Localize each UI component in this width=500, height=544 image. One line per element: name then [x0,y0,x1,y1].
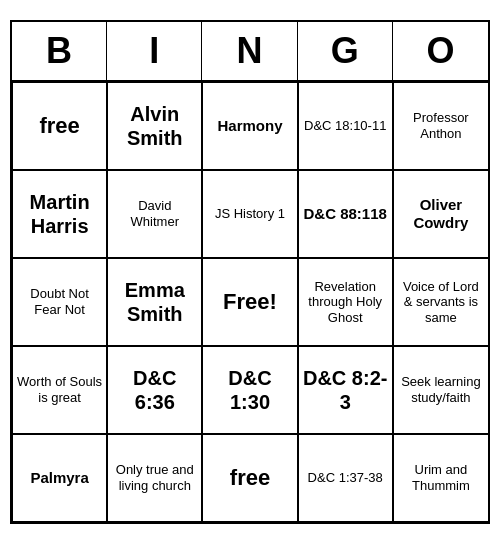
bingo-cell-8: D&C 88:118 [298,170,393,258]
bingo-cell-3: D&C 18:10-11 [298,82,393,170]
bingo-cell-14: Voice of Lord & servants is same [393,258,488,346]
bingo-cell-0: free [12,82,107,170]
bingo-cell-9: Oliver Cowdry [393,170,488,258]
bingo-cell-21: Only true and living church [107,434,202,522]
bingo-cell-10: Doubt Not Fear Not [12,258,107,346]
bingo-cell-15: Worth of Souls is great [12,346,107,434]
bingo-header: BINGO [12,22,488,82]
header-letter: G [298,22,393,80]
bingo-cell-22: free [202,434,297,522]
bingo-card: BINGO freeAlvin SmithHarmonyD&C 18:10-11… [10,20,490,524]
bingo-cell-17: D&C 1:30 [202,346,297,434]
bingo-cell-11: Emma Smith [107,258,202,346]
bingo-cell-13: Revelation through Holy Ghost [298,258,393,346]
bingo-cell-19: Seek learning study/faith [393,346,488,434]
bingo-cell-6: David Whitmer [107,170,202,258]
bingo-cell-24: Urim and Thummim [393,434,488,522]
header-letter: I [107,22,202,80]
header-letter: B [12,22,107,80]
bingo-cell-1: Alvin Smith [107,82,202,170]
bingo-cell-23: D&C 1:37-38 [298,434,393,522]
bingo-cell-2: Harmony [202,82,297,170]
bingo-cell-16: D&C 6:36 [107,346,202,434]
header-letter: N [202,22,297,80]
bingo-cell-5: Martin Harris [12,170,107,258]
bingo-cell-7: JS History 1 [202,170,297,258]
bingo-grid: freeAlvin SmithHarmonyD&C 18:10-11Profes… [12,82,488,522]
bingo-cell-4: Professor Anthon [393,82,488,170]
bingo-cell-20: Palmyra [12,434,107,522]
bingo-cell-18: D&C 8:2-3 [298,346,393,434]
bingo-cell-12: Free! [202,258,297,346]
header-letter: O [393,22,488,80]
